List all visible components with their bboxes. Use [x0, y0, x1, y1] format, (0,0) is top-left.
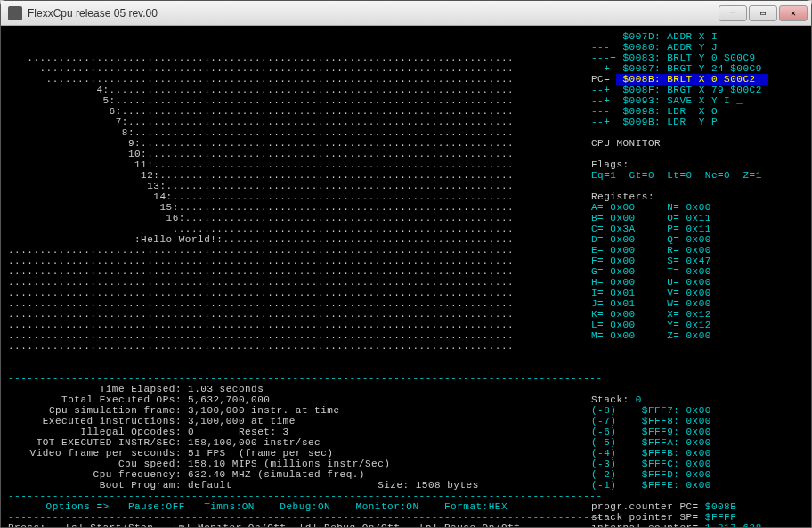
- titlebar: FlexxCpu release 05 rev.00 ─ ▭ ✕: [1, 1, 811, 26]
- minimize-button[interactable]: ─: [719, 5, 747, 21]
- window-controls: ─ ▭ ✕: [717, 5, 808, 21]
- maximize-button[interactable]: ▭: [749, 5, 777, 21]
- cpu-monitor-panel: Stack: 0(-8) $FFF7: 0x00(-7) $FFF8: 0x00…: [591, 384, 804, 527]
- divider: ----------------------------------------…: [8, 373, 804, 384]
- video-display: ........................................…: [8, 53, 591, 352]
- disassembly-panel: --- $007D: ADDR X I--- $0080: ADDR Y J--…: [591, 31, 804, 373]
- console: ........................................…: [1, 26, 811, 527]
- close-button[interactable]: ✕: [779, 5, 808, 21]
- app-icon: [8, 6, 22, 20]
- stats-panel: Time Elapsed: 1.03 secondsTotal Executed…: [8, 384, 591, 527]
- window-title: FlexxCpu release 05 rev.00: [28, 7, 717, 20]
- app-window: FlexxCpu release 05 rev.00 ─ ▭ ✕ .......…: [0, 0, 812, 528]
